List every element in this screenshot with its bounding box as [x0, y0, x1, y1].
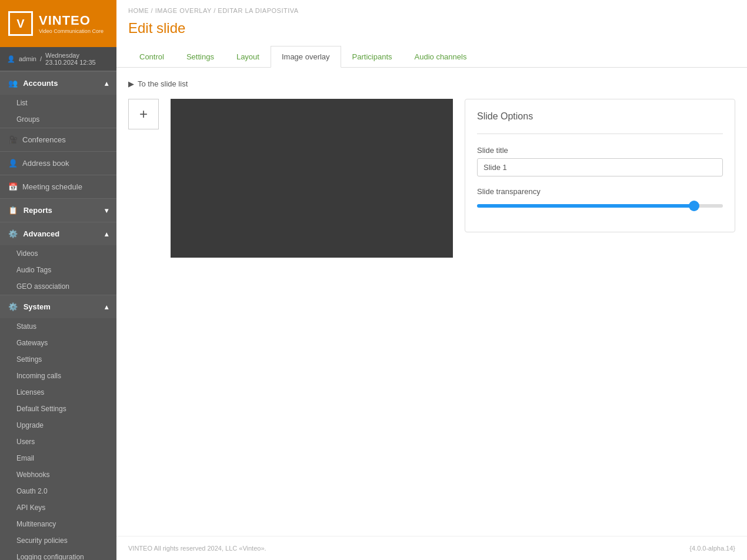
conferences-section: 🎥 Conferences — [0, 128, 116, 151]
footer-bar: VINTEO All rights reserved 2024, LLC «Vi… — [116, 536, 747, 560]
logo-text: VINTEO Video Communication Core — [39, 13, 104, 34]
system-icon: ⚙️ — [8, 302, 18, 311]
sidebar-item-groups[interactable]: Groups — [0, 111, 116, 128]
breadcrumb-current: EDITAR LA DIAPOSITIVA — [218, 7, 298, 14]
tab-image-overlay[interactable]: Image overlay — [271, 46, 341, 68]
plus-icon: + — [139, 106, 148, 122]
conferences-icon: 🎥 — [8, 135, 18, 144]
advanced-items: Videos Audio Tags GEO association — [0, 245, 116, 295]
tab-layout[interactable]: Layout — [225, 46, 271, 68]
sidebar-item-licenses[interactable]: Licenses — [0, 384, 116, 401]
add-slide-button[interactable]: + — [128, 99, 159, 129]
tab-settings[interactable]: Settings — [175, 46, 225, 68]
tab-control[interactable]: Control — [128, 46, 175, 68]
breadcrumb-home[interactable]: HOME — [128, 7, 149, 14]
breadcrumb: HOME / IMAGE OVERLAY / EDITAR LA DIAPOSI… — [116, 0, 747, 18]
back-arrow-icon: ▶ — [128, 79, 134, 88]
slide-title-group: Slide title — [477, 146, 723, 176]
address-book-icon: 👤 — [8, 159, 18, 168]
user-date: Wednesday 23.10.2024 12:35 — [45, 52, 109, 66]
logo-icon: V — [8, 11, 33, 36]
back-link[interactable]: ▶ To the slide list — [128, 79, 735, 88]
brand-name: VINTEO — [39, 13, 104, 28]
tab-participants[interactable]: Participants — [341, 46, 403, 68]
footer-version: {4.0.0-alpha.14} — [689, 545, 735, 552]
system-header[interactable]: ⚙️ System — [0, 295, 116, 318]
sidebar-item-oauth[interactable]: Oauth 2.0 — [0, 483, 116, 499]
user-info: 👤 admin / Wednesday 23.10.2024 12:35 — [0, 47, 116, 71]
sidebar-item-security-policies[interactable]: Security policies — [0, 532, 116, 549]
main-content: HOME / IMAGE OVERLAY / EDITAR LA DIAPOSI… — [116, 0, 747, 560]
sidebar-item-meeting-schedule[interactable]: 📅 Meeting schedule — [0, 175, 116, 198]
slide-options-title: Slide Options — [477, 111, 723, 122]
address-book-section: 👤 Address book — [0, 151, 116, 175]
sidebar-item-address-book[interactable]: 👤 Address book — [0, 152, 116, 175]
options-divider — [477, 134, 723, 134]
page-title: Edit slide — [116, 18, 747, 46]
logo-area: V VINTEO Video Communication Core — [0, 0, 116, 47]
accounts-section: 👥 Accounts List Groups — [0, 71, 116, 128]
meeting-schedule-section: 📅 Meeting schedule — [0, 175, 116, 198]
slide-title-input[interactable] — [477, 158, 723, 176]
sidebar-item-users[interactable]: Users — [0, 434, 116, 450]
sidebar-item-multitenancy[interactable]: Multitenancy — [0, 516, 116, 532]
advanced-header[interactable]: ⚙️ Advanced — [0, 222, 116, 245]
sidebar-item-status[interactable]: Status — [0, 318, 116, 335]
reports-section: 📋 Reports — [0, 198, 116, 222]
accounts-header[interactable]: 👥 Accounts — [0, 72, 116, 95]
sidebar-item-list[interactable]: List — [0, 95, 116, 111]
sidebar-item-logging-configuration[interactable]: Logging configuration — [0, 549, 116, 560]
slide-options-panel: Slide Options Slide title Slide transpar… — [465, 99, 735, 232]
advanced-section: ⚙️ Advanced Videos Audio Tags GEO associ… — [0, 222, 116, 295]
content-area: ▶ To the slide list + Slide Options Slid… — [116, 68, 747, 536]
username: admin — [19, 55, 36, 62]
slide-preview — [171, 99, 453, 258]
sidebar-item-conferences[interactable]: 🎥 Conferences — [0, 128, 116, 151]
meeting-schedule-icon: 📅 — [8, 182, 18, 191]
slide-transparency-label: Slide transparency — [477, 187, 723, 196]
sidebar-item-api-keys[interactable]: API Keys — [0, 499, 116, 516]
sidebar-item-audio-tags[interactable]: Audio Tags — [0, 262, 116, 278]
sidebar-item-settings[interactable]: Settings — [0, 351, 116, 368]
sidebar-item-videos[interactable]: Videos — [0, 245, 116, 262]
system-items: Status Gateways Settings Incoming calls … — [0, 318, 116, 560]
reports-icon: 📋 — [8, 206, 18, 215]
sidebar-item-default-settings[interactable]: Default Settings — [0, 401, 116, 417]
breadcrumb-image-overlay[interactable]: IMAGE OVERLAY — [155, 7, 212, 14]
system-chevron — [105, 302, 108, 311]
reports-header[interactable]: 📋 Reports — [0, 199, 116, 222]
breadcrumb-sep1: / — [151, 7, 154, 14]
tab-audio-channels[interactable]: Audio channels — [403, 46, 478, 68]
slide-editor: + Slide Options Slide title Slide transp… — [128, 99, 735, 258]
advanced-chevron — [105, 229, 108, 238]
breadcrumb-sep2: / — [214, 7, 216, 14]
advanced-icon: ⚙️ — [8, 229, 18, 238]
accounts-chevron — [105, 79, 108, 88]
sidebar-item-email[interactable]: Email — [0, 450, 116, 466]
accounts-items: List Groups — [0, 95, 116, 128]
slide-title-label: Slide title — [477, 146, 723, 155]
sidebar-item-upgrade[interactable]: Upgrade — [0, 417, 116, 434]
sidebar: V VINTEO Video Communication Core 👤 admi… — [0, 0, 116, 560]
sidebar-item-geo-association[interactable]: GEO association — [0, 278, 116, 295]
sidebar-item-incoming-calls[interactable]: Incoming calls — [0, 368, 116, 384]
brand-sub: Video Communication Core — [39, 28, 104, 34]
tabs-bar: Control Settings Layout Image overlay Pa… — [116, 46, 747, 68]
accounts-icon: 👥 — [8, 79, 18, 88]
reports-chevron — [105, 206, 108, 215]
slide-transparency-slider[interactable] — [477, 204, 723, 208]
system-section: ⚙️ System Status Gateways Settings Incom… — [0, 295, 116, 560]
sidebar-item-gateways[interactable]: Gateways — [0, 335, 116, 351]
footer-left: VINTEO All rights reserved 2024, LLC «Vi… — [128, 545, 266, 552]
slide-transparency-group: Slide transparency — [477, 187, 723, 209]
user-icon: 👤 — [7, 55, 15, 63]
sidebar-item-webhooks[interactable]: Webhooks — [0, 466, 116, 483]
